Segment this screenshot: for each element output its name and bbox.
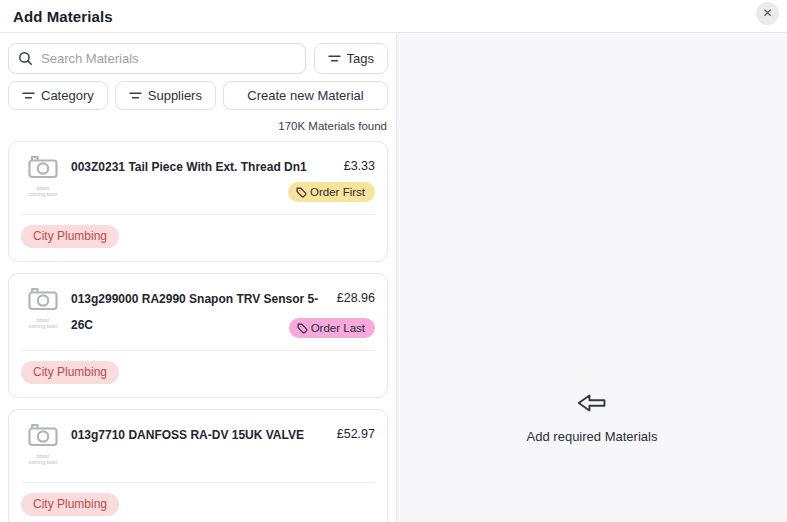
empty-state: Add required Materials [527,393,658,444]
tags-button[interactable]: Tags [314,43,388,74]
filter-icon [129,90,142,101]
camera-icon [28,154,58,179]
material-price: £3.33 [344,159,375,173]
search-box [8,43,306,74]
selected-materials-panel: Add required Materials [397,33,787,522]
photo-placeholder: photo coming soon [21,422,65,470]
material-title: 003Z0231 Tail Piece With Ext. Thread Dn1 [71,154,319,202]
create-material-button[interactable]: Create new Material [223,81,388,110]
material-title: 013g299000 RA2990 Snapon TRV Sensor 5-26… [71,286,319,338]
left-arrow-icon [577,393,607,413]
tags-button-label: Tags [347,51,374,66]
suppliers-button-label: Suppliers [148,88,202,103]
order-badge: Order First [288,182,375,202]
tag-icon [297,323,308,334]
suppliers-button[interactable]: Suppliers [115,81,216,110]
material-card[interactable]: photo coming soon 013g7710 DANFOSS RA-DV… [8,409,388,522]
photo-placeholder-text: coming soon [21,459,65,465]
photo-placeholder-text: coming soon [21,323,65,329]
materials-list[interactable]: photo coming soon 003Z0231 Tail Piece Wi… [8,141,388,522]
results-count: 170K Materials found [8,120,387,132]
order-badge-label: Order Last [311,322,365,334]
close-button[interactable]: ✕ [756,2,779,25]
tag-icon [296,187,307,198]
category-button[interactable]: Category [8,81,108,110]
create-material-button-label: Create new Material [247,88,363,103]
materials-search-panel: Tags Category [0,33,397,522]
card-divider [21,482,375,483]
supplier-tag: City Plumbing [21,493,119,516]
material-price: £28.96 [337,291,375,305]
category-button-label: Category [41,88,94,103]
camera-icon [28,286,58,311]
material-card[interactable]: photo coming soon 013g299000 RA2990 Snap… [8,273,388,398]
order-badge: Order Last [289,318,375,338]
supplier-tag: City Plumbing [21,225,119,248]
modal-header: Add Materials ✕ [0,0,787,33]
search-icon [18,51,33,66]
supplier-tag: City Plumbing [21,361,119,384]
camera-icon [28,422,58,447]
photo-placeholder-text: coming soon [21,191,65,197]
close-icon: ✕ [762,6,772,20]
search-input[interactable] [8,43,306,74]
filter-icon [22,90,35,101]
photo-placeholder: photo coming soon [21,286,65,338]
modal-title: Add Materials [13,8,113,25]
empty-state-message: Add required Materials [527,429,658,444]
photo-placeholder: photo coming soon [21,154,65,202]
material-card[interactable]: photo coming soon 003Z0231 Tail Piece Wi… [8,141,388,262]
material-price: £52.97 [337,427,375,441]
order-badge-label: Order First [310,186,365,198]
card-divider [21,350,375,351]
add-materials-modal: Add Materials ✕ [0,0,787,522]
filter-icon [328,53,341,64]
card-divider [21,214,375,215]
material-title: 013g7710 DANFOSS RA-DV 15UK VALVE [71,422,319,470]
